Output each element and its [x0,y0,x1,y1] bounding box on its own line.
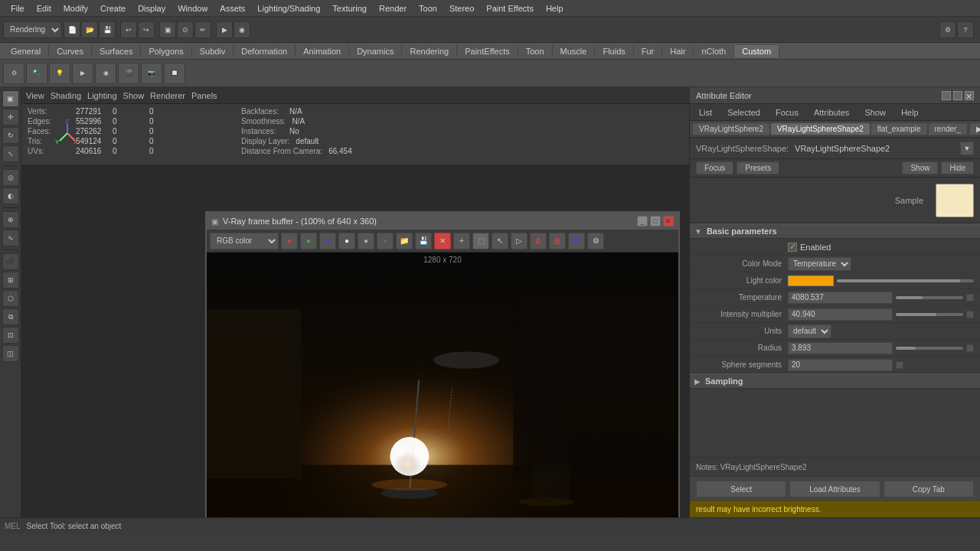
toolbar-btn-r1[interactable]: ⚙ [939,21,956,38]
tool-rotate[interactable]: ↻ [2,127,19,144]
menu-display[interactable]: Display [132,2,172,15]
color-mode-dropdown[interactable]: Temperature [788,257,851,271]
vray-btn-folder[interactable]: 📁 [396,233,413,249]
shelf-tab-general[interactable]: General [3,45,49,57]
shelf-tab-toon[interactable]: Toon [518,45,553,57]
shelf-icon-4[interactable]: ▶ [72,63,93,84]
basic-params-header[interactable]: ▼ Basic parameters [690,223,980,239]
vray-btn-green-circle[interactable]: ● [300,233,317,249]
shelf-tab-dynamics[interactable]: Dynamics [349,45,402,57]
viewport-menu-renderer[interactable]: Renderer [150,91,185,100]
vray-btn-blue-circle[interactable]: ● [319,233,336,249]
intensity-slider[interactable] [896,313,963,316]
toolbar-btn-save[interactable]: 💾 [99,21,116,38]
attr-node-tab-3[interactable]: flat_example [871,123,927,135]
attr-minimize-btn[interactable] [942,91,951,100]
shelf-tab-fluids[interactable]: Fluids [595,45,633,57]
toolbar-btn-open[interactable]: 📂 [81,21,98,38]
attr-tab-show[interactable]: Show [858,106,892,119]
tool-curve[interactable]: ∿ [2,230,19,246]
workspace-dropdown[interactable]: Rendering [3,21,62,38]
menu-paintfx[interactable]: Paint Effects [480,2,540,15]
attr-close-btn[interactable]: ✕ [965,91,974,100]
shelf-icon-5[interactable]: ◉ [95,63,116,84]
attr-shape-options-btn[interactable]: ▼ [960,142,974,155]
sphere-segs-lock[interactable] [896,361,903,369]
toolbar-btn-paint[interactable]: ✏ [194,21,211,38]
tool-extra5[interactable]: ⊡ [2,327,19,344]
temperature-lock[interactable] [966,294,974,302]
intensity-field[interactable] [788,308,893,321]
menu-file[interactable]: File [5,2,31,15]
radius-field[interactable] [788,342,893,354]
vray-btn-stop[interactable]: ✕ [434,233,451,249]
attr-node-tab-2[interactable]: VRayLightSphereShape2 [771,123,870,135]
menu-render[interactable]: Render [373,2,413,15]
select-btn[interactable]: Select [696,481,786,497]
vray-btn-cursor[interactable]: ↖ [492,233,508,249]
viewport-menu-view[interactable]: View [26,91,44,100]
shelf-tab-polygons[interactable]: Polygons [141,45,191,57]
load-attributes-btn[interactable]: Load Attributes [789,481,880,497]
vray-btn-select[interactable]: ⬚ [472,233,489,249]
attr-float-btn[interactable] [953,91,962,100]
vray-fb-titlebar[interactable]: ▣ V-Ray frame buffer - (100% of 640 x 36… [207,213,678,230]
light-color-slider[interactable] [837,279,974,282]
shelf-icon-6[interactable]: 🎬 [118,63,139,84]
attr-tab-list[interactable]: List [693,106,718,119]
attr-node-tab-1[interactable]: VRayLightSphere2 [693,123,769,135]
vray-btn-red-circle[interactable]: ● [281,233,298,249]
shelf-tab-curves[interactable]: Curves [49,45,92,57]
vray-channel-dropdown[interactable]: RGB color [210,233,279,249]
shelf-tab-paintfx[interactable]: PaintEffects [457,45,518,57]
tool-extra4[interactable]: ⧉ [2,308,19,325]
tool-select[interactable]: ▣ [2,90,19,107]
enabled-checkbox[interactable]: ✓ [788,243,797,252]
menu-modify[interactable]: Modify [57,2,94,15]
shelf-tab-ncloth[interactable]: nCloth [694,45,734,57]
toolbar-btn-undo[interactable]: ↩ [120,21,137,38]
shelf-tab-subdiv[interactable]: Subdiv [192,45,234,57]
viewport-menu-lighting[interactable]: Lighting [87,91,117,100]
menu-toon[interactable]: Toon [413,2,443,15]
temperature-field[interactable] [788,292,893,304]
viewport-menu-shading[interactable]: Shading [51,91,81,100]
presets-btn[interactable]: Presets [737,161,779,174]
attr-node-tab-more[interactable]: ▶ [970,123,980,135]
vray-btn-b-blue[interactable]: B [568,233,585,249]
vray-btn-white-circle[interactable]: ● [338,233,355,249]
vray-btn-gray-circle[interactable]: ● [358,233,374,249]
tool-extra1[interactable]: ⬛ [2,253,19,270]
shelf-icon-8[interactable]: 🔲 [164,63,185,84]
light-color-swatch[interactable] [788,276,834,286]
menu-window[interactable]: Window [172,2,214,15]
attr-tab-selected[interactable]: Selected [721,106,766,119]
intensity-lock[interactable] [966,311,974,318]
shelf-tab-deformation[interactable]: Deformation [234,45,296,57]
vray-btn-a-red[interactable]: A [530,233,547,249]
vray-btn-save[interactable]: 💾 [415,233,432,249]
attr-node-tab-4[interactable]: render_ [929,123,967,135]
tool-extra2[interactable]: ⊞ [2,272,19,289]
focus-btn[interactable]: Focus [696,161,733,174]
tool-snap[interactable]: ⊕ [2,211,19,228]
tool-extra6[interactable]: ◫ [2,345,19,362]
menu-texturing[interactable]: Texturing [326,2,373,15]
show-btn[interactable]: Show [902,161,938,174]
sphere-segs-field[interactable] [788,359,893,371]
shelf-tab-hair[interactable]: Hair [662,45,694,57]
tool-extra3[interactable]: ⬡ [2,290,19,307]
shelf-tab-surfaces[interactable]: Surfaces [92,45,141,57]
attr-tab-focus[interactable]: Focus [769,106,805,119]
shelf-tab-custom[interactable]: Custom [734,45,779,57]
vray-fb-maximize[interactable]: □ [650,216,661,227]
shelf-icon-2[interactable]: 🔦 [26,63,47,84]
vray-fb-minimize[interactable]: _ [637,216,648,227]
vray-btn-plus[interactable]: + [453,233,470,249]
attr-tab-attributes[interactable]: Attributes [808,106,855,119]
vray-btn-b-red[interactable]: B [549,233,566,249]
tool-sculpt[interactable]: ◐ [2,187,19,204]
shelf-tab-fur[interactable]: Fur [634,45,663,57]
toolbar-btn-render-frame[interactable]: ▶ [216,21,233,38]
radius-lock[interactable] [966,344,974,352]
